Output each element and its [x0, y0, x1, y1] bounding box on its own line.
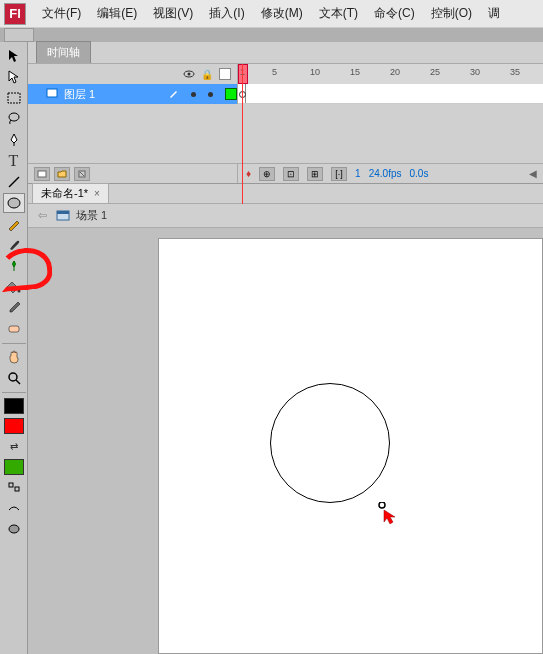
edit-multiple-button[interactable]: ⊞: [307, 167, 323, 181]
svg-point-10: [9, 525, 19, 533]
frame-num: 5: [272, 67, 277, 77]
svg-rect-14: [38, 171, 46, 177]
svg-rect-8: [9, 483, 13, 487]
menu-view[interactable]: 视图(V): [145, 1, 201, 26]
fps-value: 24.0fps: [369, 168, 402, 179]
tools-panel: T ⇄: [0, 42, 28, 654]
panel-handle[interactable]: [4, 28, 34, 42]
visibility-dot[interactable]: [191, 92, 196, 97]
frame-num: 10: [310, 67, 320, 77]
line-tool[interactable]: [3, 172, 25, 192]
svg-point-19: [379, 502, 385, 508]
frames-track[interactable]: [238, 84, 543, 104]
scene-label[interactable]: 场景 1: [76, 208, 107, 223]
outline-icon[interactable]: [219, 68, 231, 80]
brush-tool[interactable]: [3, 235, 25, 255]
menu-commands[interactable]: 命令(C): [366, 1, 423, 26]
drawn-circle-shape[interactable]: [270, 383, 390, 503]
cursor-indicator: [378, 502, 398, 528]
document-tab-label: 未命名-1*: [41, 186, 88, 201]
layer-name-label: 图层 1: [64, 87, 95, 102]
frame-num: 20: [390, 67, 400, 77]
delete-layer-button[interactable]: [74, 167, 90, 181]
onion-skin-button[interactable]: ⊕: [259, 167, 275, 181]
lasso-tool[interactable]: [3, 109, 25, 129]
timeline-panel: 🔒 1 5 10 15 20 25 30 35 40: [28, 64, 543, 184]
new-layer-button[interactable]: [34, 167, 50, 181]
frames-ruler[interactable]: 1 5 10 15 20 25 30 35 40: [238, 64, 543, 84]
svg-point-12: [188, 73, 191, 76]
svg-rect-18: [57, 211, 69, 214]
eyedropper-tool[interactable]: [3, 298, 25, 318]
panel-dock-row: [0, 28, 543, 42]
option-smooth-icon[interactable]: [3, 498, 25, 518]
scrub-icon[interactable]: ♦: [246, 168, 251, 179]
edit-bar: ⇦ 场景 1: [28, 204, 543, 228]
swap-colors-icon[interactable]: ⇄: [3, 436, 25, 456]
free-transform-tool[interactable]: [3, 88, 25, 108]
svg-point-6: [9, 373, 17, 381]
layer-icon: [46, 88, 58, 100]
new-folder-button[interactable]: [54, 167, 70, 181]
svg-rect-13: [47, 89, 57, 97]
svg-rect-0: [8, 93, 20, 103]
lock-icon[interactable]: 🔒: [201, 69, 213, 80]
timeline-tab[interactable]: 时间轴: [36, 41, 91, 63]
option-oval-icon[interactable]: [3, 519, 25, 539]
frame-num: 30: [470, 67, 480, 77]
menu-tune[interactable]: 调: [480, 1, 508, 26]
svg-line-2: [9, 177, 19, 187]
menu-text[interactable]: 文本(T): [311, 1, 366, 26]
oval-tool[interactable]: [3, 193, 25, 213]
selection-tool[interactable]: [3, 46, 25, 66]
svg-point-4: [17, 290, 20, 293]
timeline-footer: ♦ ⊕ ⊡ ⊞ [·] 1 24.0fps 0.0s ◀: [238, 164, 543, 183]
eraser-tool[interactable]: [3, 319, 25, 339]
frame-num: 15: [350, 67, 360, 77]
layer-row[interactable]: 图层 1: [28, 84, 543, 104]
alt-fill-swatch[interactable]: [4, 459, 24, 475]
layer-footer: [28, 164, 238, 183]
onion-skin-outline-button[interactable]: ⊡: [283, 167, 299, 181]
svg-line-7: [16, 380, 20, 384]
timeline-tabs: 时间轴: [28, 42, 543, 64]
paint-bucket-tool[interactable]: [3, 277, 25, 297]
hand-tool[interactable]: [3, 347, 25, 367]
back-icon[interactable]: ⇦: [34, 208, 50, 224]
layer-header: 🔒: [28, 64, 238, 84]
document-tabs: 未命名-1* ×: [28, 184, 543, 204]
fill-color-swatch[interactable]: [4, 418, 24, 434]
frame-num: 25: [430, 67, 440, 77]
menu-modify[interactable]: 修改(M): [253, 1, 311, 26]
marker-button[interactable]: [·]: [331, 167, 347, 181]
menu-edit[interactable]: 编辑(E): [89, 1, 145, 26]
menu-control[interactable]: 控制(O): [423, 1, 480, 26]
pencil-icon: [169, 88, 179, 100]
option-snap-icon[interactable]: [3, 477, 25, 497]
eye-icon[interactable]: [183, 65, 195, 83]
pen-tool[interactable]: [3, 130, 25, 150]
frame-num: 35: [510, 67, 520, 77]
stroke-color-swatch[interactable]: [4, 398, 24, 414]
menu-bar: Fl 文件(F) 编辑(E) 视图(V) 插入(I) 修改(M) 文本(T) 命…: [0, 0, 543, 28]
scene-icon: [56, 209, 70, 223]
menu-insert[interactable]: 插入(I): [201, 1, 252, 26]
document-tab[interactable]: 未命名-1* ×: [32, 183, 109, 204]
svg-point-3: [8, 198, 20, 208]
subselection-tool[interactable]: [3, 67, 25, 87]
svg-rect-5: [9, 326, 19, 332]
outline-color-icon[interactable]: [225, 88, 237, 100]
pencil-tool[interactable]: [3, 214, 25, 234]
app-logo: Fl: [4, 3, 26, 25]
time-value: 0.0s: [409, 168, 428, 179]
svg-rect-9: [15, 487, 19, 491]
current-frame-value: 1: [355, 168, 361, 179]
scroll-left-icon[interactable]: ◀: [529, 168, 543, 179]
text-tool[interactable]: T: [3, 151, 25, 171]
close-icon[interactable]: ×: [94, 188, 100, 199]
deco-tool[interactable]: [3, 256, 25, 276]
lock-dot[interactable]: [208, 92, 213, 97]
menu-file[interactable]: 文件(F): [34, 1, 89, 26]
zoom-tool[interactable]: [3, 368, 25, 388]
